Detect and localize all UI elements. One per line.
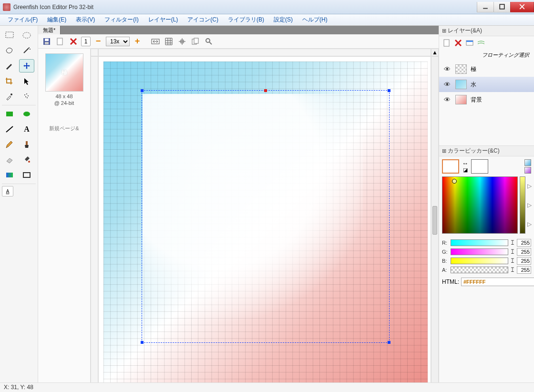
zoom-select[interactable]: 13x	[106, 37, 130, 46]
layer-new-icon[interactable]	[442, 38, 452, 48]
pixel-canvas[interactable]	[103, 62, 428, 384]
tool-ellipse[interactable]	[19, 107, 34, 121]
layer-merge-icon[interactable]	[476, 38, 486, 48]
tool-pen[interactable]	[2, 59, 17, 72]
b-value[interactable]	[517, 257, 531, 265]
tool-text[interactable]: A	[19, 123, 34, 136]
layers-panel-title[interactable]: ⊞ レイヤー(&A)	[439, 26, 534, 36]
menu-edit[interactable]: 編集(E)	[42, 15, 71, 25]
menu-layer[interactable]: レイヤー(L)	[144, 15, 183, 25]
tool-pencil[interactable]	[2, 138, 17, 151]
new-page-icon[interactable]	[54, 36, 66, 47]
tool-wand[interactable]	[19, 44, 34, 57]
swap-colors-icon[interactable]: ↔	[462, 160, 468, 167]
b-slider[interactable]	[451, 258, 508, 264]
tool-line[interactable]	[2, 123, 17, 136]
handle-tr[interactable]	[388, 89, 390, 92]
frame-thumbnail[interactable]: 極	[45, 53, 83, 92]
vscrollbar[interactable]	[431, 56, 439, 384]
handle-bl[interactable]	[141, 341, 144, 344]
layer-row[interactable]: 👁 水	[439, 77, 534, 92]
minimize-button[interactable]	[477, 2, 494, 12]
menu-file[interactable]: ファイル(F)	[3, 15, 42, 25]
tool-eyedropper[interactable]	[2, 90, 17, 103]
grid-icon[interactable]	[163, 36, 175, 47]
zoom-in-icon[interactable]: +	[132, 36, 143, 47]
svg-rect-24	[45, 42, 49, 44]
menu-filter[interactable]: フィルター(I)	[100, 15, 143, 25]
fit-icon[interactable]	[150, 36, 161, 47]
tool-brush[interactable]	[19, 138, 34, 151]
tool-move[interactable]	[19, 59, 34, 72]
tool-rectangle[interactable]	[2, 107, 17, 121]
mini-swatch-2[interactable]	[524, 167, 531, 174]
ruler-left[interactable]	[91, 56, 98, 384]
tool-spray[interactable]	[19, 90, 34, 103]
menu-help[interactable]: ヘルプ(H)	[298, 15, 332, 25]
tool-text-options[interactable]: A	[2, 186, 13, 196]
menu-library[interactable]: ライブラリ(B)	[223, 15, 269, 25]
tool-eraser[interactable]	[2, 153, 17, 166]
save-icon[interactable]	[41, 36, 52, 47]
tool-shape[interactable]	[19, 168, 34, 182]
center-icon[interactable]	[176, 36, 188, 47]
picker-arrow-icon[interactable]: ▷	[527, 183, 531, 189]
canvas-wrap: ▲ ◀	[91, 49, 439, 392]
foreground-swatch[interactable]	[442, 159, 459, 174]
selection-marquee[interactable]	[142, 90, 390, 343]
tool-ellipse-select[interactable]	[19, 29, 34, 42]
r-label: R:	[442, 240, 449, 246]
maximize-button[interactable]	[493, 2, 511, 12]
menu-view[interactable]: 表示(V)	[71, 15, 100, 25]
search-icon[interactable]	[203, 36, 215, 47]
g-slider[interactable]	[451, 248, 508, 255]
picker-arrow-icon[interactable]: ▷	[527, 202, 531, 208]
frame-number[interactable]: 1	[81, 37, 91, 46]
tool-gradient[interactable]	[2, 168, 17, 182]
a-value[interactable]	[517, 266, 531, 274]
background-swatch[interactable]	[471, 159, 488, 174]
mini-swatch-1[interactable]	[524, 159, 531, 166]
layer-row[interactable]: 👁 極	[439, 62, 534, 77]
visibility-icon[interactable]: 👁	[443, 96, 452, 103]
color-field-cursor[interactable]	[452, 179, 457, 184]
tool-rect-select[interactable]	[2, 29, 17, 42]
tool-pointer[interactable]	[19, 74, 34, 88]
layer-row[interactable]: 👁 背景	[439, 92, 534, 107]
picker-panel-title[interactable]: ⊞ カラーピッカー(&C)	[439, 146, 534, 156]
menu-icon[interactable]: アイコン(C)	[183, 15, 223, 25]
handle-br[interactable]	[388, 341, 390, 344]
zoom-out-icon[interactable]: −	[92, 36, 104, 47]
document-tabstrip: 無題*	[38, 26, 439, 34]
layer-delete-icon[interactable]	[453, 38, 463, 48]
app-icon	[3, 3, 10, 11]
canvas-viewport[interactable]	[98, 56, 431, 384]
handle-tc[interactable]	[264, 89, 267, 92]
layer-props-icon[interactable]	[465, 38, 474, 48]
tool-lasso[interactable]	[2, 44, 17, 57]
color-field[interactable]	[442, 176, 518, 234]
delete-page-icon[interactable]	[68, 36, 79, 47]
visibility-icon[interactable]: 👁	[443, 65, 452, 73]
tool-fill[interactable]	[19, 153, 34, 166]
html-color-input[interactable]	[461, 278, 534, 286]
default-colors-icon[interactable]: ◪	[463, 167, 468, 173]
thumbnail-pane: 極 48 x 48 @ 24-bit 新規ページ&	[38, 49, 91, 392]
a-slider[interactable]	[451, 267, 508, 273]
handle-tl[interactable]	[141, 89, 144, 92]
r-value[interactable]	[517, 239, 531, 247]
new-page-hint[interactable]: 新規ページ&	[41, 125, 87, 132]
visibility-icon[interactable]: 👁	[443, 81, 452, 88]
g-value[interactable]	[517, 248, 531, 256]
pages-icon[interactable]	[190, 36, 201, 47]
ruler-corner	[91, 49, 98, 56]
tool-crop[interactable]	[2, 74, 17, 88]
close-button[interactable]	[510, 2, 534, 12]
brightness-bar[interactable]	[520, 176, 525, 234]
menu-settings[interactable]: 設定(S)	[269, 15, 298, 25]
picker-arrow-icon[interactable]: ▷	[527, 221, 531, 227]
r-slider[interactable]	[451, 239, 508, 246]
vscroll-up[interactable]: ▲	[431, 49, 439, 56]
document-tab[interactable]: 無題*	[38, 26, 61, 34]
ruler-top[interactable]	[98, 49, 431, 56]
